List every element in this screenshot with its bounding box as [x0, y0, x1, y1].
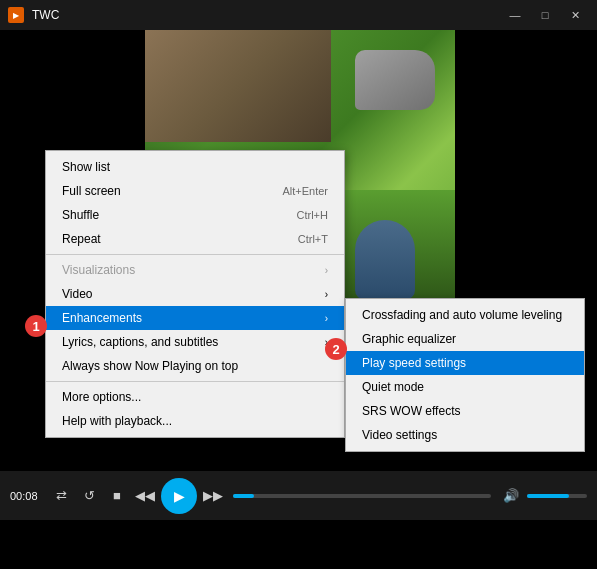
maximize-button[interactable]: □ — [531, 5, 559, 25]
menu-item-show-list[interactable]: Show list — [46, 155, 344, 179]
play-button[interactable]: ▶ — [161, 478, 197, 514]
title-bar: TWC — □ ✕ — [0, 0, 597, 30]
context-menu-1: Show list Full screen Alt+Enter Shuffle … — [45, 150, 345, 438]
menu-item-lyrics[interactable]: Lyrics, captions, and subtitles › — [46, 330, 344, 354]
volume-button[interactable]: 🔊 — [499, 484, 523, 508]
menu-item-enhancements[interactable]: Enhancements › — [46, 306, 344, 330]
separator-1 — [46, 254, 344, 255]
menu-item-visualizations[interactable]: Visualizations › — [46, 258, 344, 282]
forward-button[interactable]: ▶▶ — [201, 484, 225, 508]
progress-fill — [233, 494, 254, 498]
repeat-button[interactable]: ↺ — [77, 484, 101, 508]
time-display: 00:08 — [10, 490, 45, 502]
volume-bar[interactable] — [527, 494, 587, 498]
badge-2: 2 — [325, 338, 347, 360]
menu-item-srs-wow[interactable]: SRS WOW effects — [346, 399, 584, 423]
volume-fill — [527, 494, 569, 498]
app-icon — [8, 7, 24, 23]
video-creature — [355, 220, 415, 300]
menu-item-always-on-top[interactable]: Always show Now Playing on top — [46, 354, 344, 378]
video-overlay — [145, 30, 331, 142]
menu-item-shuffle[interactable]: Shuffle Ctrl+H — [46, 203, 344, 227]
main-area: Show list Full screen Alt+Enter Shuffle … — [0, 30, 597, 520]
menu-item-video[interactable]: Video › — [46, 282, 344, 306]
close-button[interactable]: ✕ — [561, 5, 589, 25]
minimize-button[interactable]: — — [501, 5, 529, 25]
menu-item-graphic-eq[interactable]: Graphic equalizer — [346, 327, 584, 351]
progress-bar[interactable] — [233, 494, 491, 498]
menu-item-help-playback[interactable]: Help with playback... — [46, 409, 344, 433]
separator-2 — [46, 381, 344, 382]
window-controls: — □ ✕ — [501, 5, 589, 25]
controls-bar: 00:08 ⇄ ↺ ■ ◀◀ ▶ ▶▶ 🔊 — [0, 471, 597, 520]
menu-item-video-settings[interactable]: Video settings — [346, 423, 584, 447]
menu-item-repeat[interactable]: Repeat Ctrl+T — [46, 227, 344, 251]
app-title: TWC — [32, 8, 59, 22]
stop-button[interactable]: ■ — [105, 484, 129, 508]
video-rock — [355, 50, 435, 110]
menu-item-quiet-mode[interactable]: Quiet mode — [346, 375, 584, 399]
menu-item-play-speed[interactable]: Play speed settings — [346, 351, 584, 375]
badge-1: 1 — [25, 315, 47, 337]
rewind-button[interactable]: ◀◀ — [133, 484, 157, 508]
menu-item-full-screen[interactable]: Full screen Alt+Enter — [46, 179, 344, 203]
context-menu-2: Crossfading and auto volume leveling Gra… — [345, 298, 585, 452]
menu-item-crossfading[interactable]: Crossfading and auto volume leveling — [346, 303, 584, 327]
menu-item-more-options[interactable]: More options... — [46, 385, 344, 409]
shuffle-button[interactable]: ⇄ — [49, 484, 73, 508]
